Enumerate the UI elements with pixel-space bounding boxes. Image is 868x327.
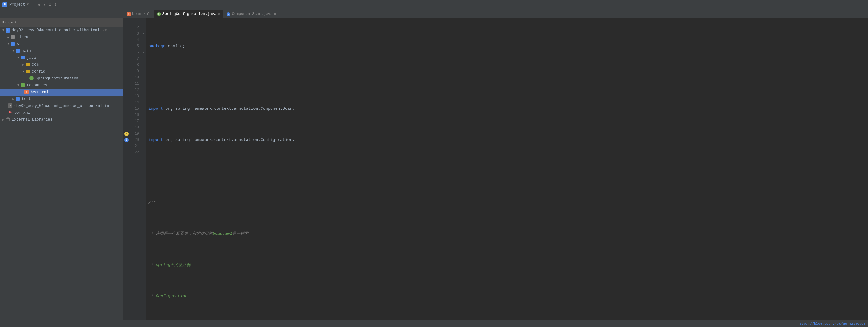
ln-10: 10 xyxy=(131,75,139,81)
tree-item-root[interactable]: ▼ M day02_eesy_04account_annoioc_without… xyxy=(0,27,123,34)
title-dropdown-arrow[interactable]: ▼ xyxy=(27,3,29,6)
fold-15 xyxy=(142,106,146,112)
sidebar-title: Project xyxy=(2,21,17,24)
idea-folder-icon xyxy=(11,35,16,40)
tree-arrow-com: ▶ xyxy=(21,63,26,67)
kw-package: package xyxy=(148,43,165,50)
tree-label-java: java xyxy=(27,56,36,60)
ln-13: 13 xyxy=(131,93,139,99)
ln-17: 17 xyxy=(131,118,139,124)
gutter-area: ! i xyxy=(123,18,130,320)
gutter-11 xyxy=(123,81,130,87)
code-line-7: * 该类是一个配置类，它的作用和bean.xml是一样的 xyxy=(148,231,868,237)
tree-item-pom[interactable]: m pom.xml xyxy=(0,110,123,116)
tab-close-component-scan[interactable]: ✕ xyxy=(274,12,276,16)
fold-2 xyxy=(142,24,146,31)
fold-4 xyxy=(142,37,146,43)
code-line-8: * spring中的新注解 xyxy=(148,262,868,268)
ln-21: 21 xyxy=(131,143,139,149)
tree-label-iml: day02_eesy_04uccount_annoioc_withoutxml.… xyxy=(14,104,111,108)
settings-icon[interactable]: ⚙ xyxy=(49,2,51,7)
tree-item-config[interactable]: ▼ config xyxy=(0,68,123,75)
main-layout: Project ▼ M day02_eesy_04account_annoioc… xyxy=(0,18,868,320)
tree-arrow-idea: ▶ xyxy=(6,36,11,39)
fold-1 xyxy=(142,18,146,24)
bean-xml-icon: x xyxy=(24,90,29,95)
fold-19 xyxy=(142,131,146,137)
tab-spring-configuration[interactable]: S SpringConfiguration.java ✕ xyxy=(154,10,223,18)
fold-16 xyxy=(142,112,146,118)
ln-7: 7 xyxy=(131,56,139,62)
gutter-21 xyxy=(123,143,130,149)
gutter-14 xyxy=(123,99,130,106)
project-icon: P xyxy=(2,2,7,7)
tree-arrow-test: ▶ xyxy=(11,97,16,101)
tree-arrow-ext-libs: ▶ xyxy=(1,118,6,122)
status-url[interactable]: https://blog.csdn.net/qq_42350785 xyxy=(797,322,866,326)
code-line-3: import org.springframework.context.annot… xyxy=(148,106,868,112)
java-folder-icon xyxy=(21,55,26,60)
ln-14: 14 xyxy=(131,99,139,106)
code-area: ! i 1 2 3 4 5 6 7 8 9 10 11 xyxy=(123,18,868,320)
warning-icon-19: ! xyxy=(124,131,129,136)
tree-item-idea[interactable]: ▶ .idea xyxy=(0,34,123,41)
tree-label-test: test xyxy=(22,97,31,101)
spring-file-icon: S xyxy=(157,12,161,16)
gutter-17 xyxy=(123,118,130,124)
tree-item-java[interactable]: ▼ java xyxy=(0,54,123,61)
tab-label-spring-config: SpringConfiguration.java xyxy=(162,12,217,16)
ln-16: 16 xyxy=(131,112,139,118)
fold-3[interactable]: ▼ xyxy=(142,31,146,37)
title-bar-left: P Project ▼ | ↻ ✦ ⚙ ↕ xyxy=(2,2,90,7)
tree-item-bean-xml[interactable]: x bean.xml xyxy=(0,89,123,96)
tab-bean-xml[interactable]: x bean.xml xyxy=(123,10,154,18)
ext-libs-icon xyxy=(6,117,11,122)
ln-18: 18 xyxy=(131,124,139,131)
tab-close-spring-config[interactable]: ✕ xyxy=(218,12,220,16)
gutter-2 xyxy=(123,24,130,31)
tree-item-ext-libs[interactable]: ▶ External Libraries xyxy=(0,116,123,123)
tree-label-pom: pom.xml xyxy=(14,111,30,115)
tree-item-main[interactable]: ▼ main xyxy=(0,48,123,54)
ln-3: 3 xyxy=(131,31,139,37)
tree-item-iml[interactable]: i day02_eesy_04uccount_annoioc_withoutxm… xyxy=(0,102,123,110)
tree-item-resources[interactable]: ▼ resources xyxy=(0,82,123,89)
fold-10 xyxy=(142,75,146,81)
main-folder-icon xyxy=(16,49,21,54)
gutter-4 xyxy=(123,37,130,43)
code-line-9: * Configuration xyxy=(148,293,868,299)
module-folder-icon: M xyxy=(6,28,11,33)
gutter-20[interactable]: i xyxy=(123,137,130,143)
tree-arrow-root: ▼ xyxy=(1,29,6,32)
title-bar-actions: ↻ ✦ ⚙ ↕ xyxy=(37,2,57,7)
tree-arrow-java: ▼ xyxy=(16,56,21,59)
java-file-icon: C xyxy=(226,12,230,16)
fold-6[interactable]: ▼ xyxy=(142,50,146,56)
tree-label-com: com xyxy=(32,62,39,67)
fold-14 xyxy=(142,99,146,106)
gutter-19[interactable]: ! xyxy=(123,131,130,137)
star-icon[interactable]: ✦ xyxy=(43,2,45,7)
gutter-9 xyxy=(123,68,130,75)
status-bar: https://blog.csdn.net/qq_42350785 xyxy=(0,320,868,327)
tree-item-com[interactable]: ▶ com xyxy=(0,61,123,68)
spring-java-icon: S xyxy=(29,76,34,81)
test-folder-icon xyxy=(16,97,21,101)
tree-item-src[interactable]: ▼ src xyxy=(0,41,123,48)
tree-label-idea: .idea xyxy=(17,35,28,39)
tree-label-bean-xml: bean.xml xyxy=(31,90,49,94)
code-content[interactable]: package config; import org.springframewo… xyxy=(146,18,868,320)
iml-file-icon: i xyxy=(8,103,13,109)
gutter-15 xyxy=(123,106,130,112)
sort-icon[interactable]: ↕ xyxy=(54,2,57,7)
tree-item-test[interactable]: ▶ test xyxy=(0,96,123,102)
gutter-18 xyxy=(123,124,130,131)
ln-4: 4 xyxy=(131,37,139,43)
gutter-10 xyxy=(123,75,130,81)
tree-root-path: ~/D... xyxy=(101,28,114,32)
refresh-icon[interactable]: ↻ xyxy=(37,2,40,7)
tree-item-spring-config[interactable]: S SpringConfiguration xyxy=(0,75,123,82)
tab-component-scan[interactable]: C ComponentScan.java ✕ xyxy=(223,10,279,18)
ln-20: 20 xyxy=(131,137,139,143)
ln-12: 12 xyxy=(131,87,139,93)
